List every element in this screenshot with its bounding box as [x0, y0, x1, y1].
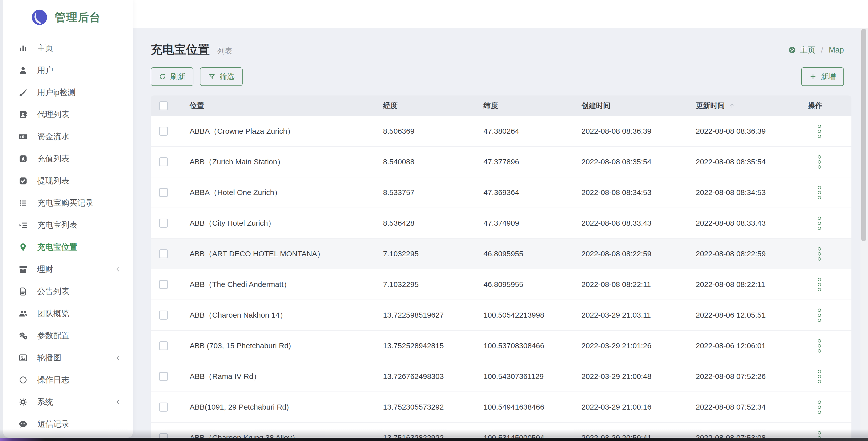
sidebar-item-fund-flow[interactable]: 资金流水: [3, 126, 133, 148]
filter-button[interactable]: 筛选: [200, 67, 243, 86]
cell-location: ABB（ART DECO HOTEL MONTANA）: [190, 249, 383, 259]
table-row: ABB（Zurich Main Station） 8.540088 47.377…: [151, 147, 851, 177]
locations-table: 位置 经度 纬度 创建时间 更新时间 操作 ABBA（Crowne Plaza …: [151, 95, 851, 441]
vertical-scrollbar-thumb[interactable]: [861, 29, 866, 241]
chart-bar-icon: [19, 44, 28, 53]
brand[interactable]: 管理后台: [3, 0, 133, 26]
check-square-icon: [19, 176, 28, 185]
row-checkbox[interactable]: [159, 311, 168, 320]
cell-updated-time: 2022-08-08 08:33:43: [696, 219, 808, 227]
cell-location: ABB（The Chedi Andermatt）: [190, 280, 383, 290]
cell-latitude: 100.54941638466: [484, 403, 582, 411]
plus-icon: [809, 73, 817, 80]
sidebar-item-powerbank-location[interactable]: 充电宝位置: [3, 236, 133, 258]
column-header-updated-label: 更新时间: [696, 101, 725, 111]
pen-icon: [19, 88, 28, 97]
sidebar-item-powerbank-purchase-records[interactable]: 充电宝购买记录: [3, 192, 133, 214]
sidebar-item-carousel[interactable]: 轮播图: [3, 347, 133, 369]
row-checkbox[interactable]: [159, 403, 168, 412]
cell-latitude: 47.377896: [484, 157, 582, 166]
sidebar-item-recharge-list[interactable]: 充值列表: [3, 148, 133, 170]
column-header-updated[interactable]: 更新时间: [696, 101, 808, 111]
row-actions-kebab-icon[interactable]: [817, 277, 822, 292]
row-actions-kebab-icon[interactable]: [817, 369, 822, 384]
sidebar-item-announcement-list[interactable]: 公告列表: [3, 281, 133, 302]
row-actions-kebab-icon[interactable]: [817, 246, 822, 262]
image-icon: [19, 353, 28, 362]
sidebar-item-user-ip-check[interactable]: 用户ip检测: [3, 81, 133, 104]
address-book-icon: [19, 110, 28, 119]
row-actions-kebab-icon[interactable]: [817, 185, 822, 200]
cell-latitude: 100.53708308466: [484, 342, 582, 350]
sidebar-item-finance[interactable]: 理财: [3, 258, 133, 281]
cell-latitude: 47.374909: [484, 219, 582, 227]
row-checkbox[interactable]: [159, 280, 168, 289]
row-actions-kebab-icon[interactable]: [817, 400, 822, 415]
map-marker-icon: [19, 243, 28, 252]
cell-location: ABB（City Hotel Zurich）: [190, 218, 383, 228]
sidebar-item-withdraw-list[interactable]: 提现列表: [3, 170, 133, 192]
dashboard-icon: [788, 46, 797, 54]
row-actions-kebab-icon[interactable]: [817, 338, 822, 354]
cell-longitude: 8.540088: [383, 157, 484, 166]
user-icon: [19, 66, 28, 75]
cell-updated-time: 2022-08-08 08:35:54: [696, 157, 808, 166]
sidebar-item-sms-records[interactable]: 短信记录: [3, 413, 133, 435]
vertical-scrollbar-track[interactable]: [861, 28, 868, 438]
row-checkbox[interactable]: [159, 188, 168, 197]
gear-icon: [19, 398, 28, 407]
table-row: ABB（ART DECO HOTEL MONTANA） 7.1032295 46…: [151, 239, 851, 269]
table-row: ABBA（Crowne Plaza Zurich） 8.506369 47.38…: [151, 116, 851, 147]
page-title: 充电宝位置: [151, 43, 210, 56]
select-all-checkbox[interactable]: [159, 101, 168, 110]
table-row: ABB（Rama IV Rd） 13.726762498303 100.5430…: [151, 361, 851, 392]
sidebar-item-home[interactable]: 主页: [3, 37, 133, 59]
sidebar-item-powerbank-list[interactable]: 充电宝列表: [3, 214, 133, 236]
cell-created-time: 2022-08-08 08:34:53: [582, 188, 696, 197]
add-button[interactable]: 新增: [801, 67, 844, 86]
cell-longitude: 13.726762498303: [383, 372, 484, 381]
row-actions-kebab-icon[interactable]: [817, 215, 822, 231]
add-button-label: 新增: [821, 71, 836, 82]
circle-icon: [19, 375, 28, 384]
main-content: 主页 / Map 充电宝位置 列表 刷新 筛选 新增 位置 经度 纬度 创建时间…: [133, 28, 861, 438]
refresh-button[interactable]: 刷新: [151, 67, 193, 86]
row-actions-kebab-icon[interactable]: [817, 307, 822, 323]
column-header-longitude: 经度: [383, 101, 484, 111]
archive-icon: [19, 265, 28, 274]
money-icon: [19, 132, 28, 141]
cell-updated-time: 2022-08-08 08:34:53: [696, 188, 808, 197]
column-header-actions: 操作: [808, 101, 851, 111]
sidebar-item-system[interactable]: 系统: [3, 391, 133, 413]
refresh-button-label: 刷新: [170, 71, 185, 82]
row-checkbox[interactable]: [159, 372, 168, 381]
cell-updated-time: 2022-08-08 08:22:59: [696, 249, 808, 258]
row-actions-kebab-icon[interactable]: [817, 124, 822, 139]
row-checkbox[interactable]: [159, 249, 168, 258]
sort-ascending-icon: [728, 102, 735, 109]
cell-longitude: 13.752305573292: [383, 403, 484, 411]
brand-name: 管理后台: [55, 10, 101, 25]
cell-longitude: 7.1032295: [383, 249, 484, 258]
row-checkbox[interactable]: [159, 341, 168, 350]
chevron-left-icon: [115, 399, 122, 406]
breadcrumb-home[interactable]: 主页: [800, 45, 815, 55]
cell-latitude: 46.8095955: [484, 249, 582, 258]
table-header-row: 位置 经度 纬度 创建时间 更新时间 操作: [151, 95, 851, 116]
sidebar-item-team-overview[interactable]: 团队概览: [3, 302, 133, 325]
row-checkbox[interactable]: [159, 157, 168, 166]
cell-updated-time: 2022-08-08 07:52:34: [696, 403, 808, 411]
breadcrumb-current[interactable]: Map: [829, 46, 844, 55]
column-header-latitude: 纬度: [484, 101, 582, 111]
sidebar-item-operation-log[interactable]: 操作日志: [3, 369, 133, 391]
cell-location: ABB（Rama IV Rd）: [190, 372, 383, 382]
cell-location: ABB (703, 15 Phetchaburi Rd): [190, 342, 383, 350]
sidebar-item-users[interactable]: 用户: [3, 59, 133, 81]
row-checkbox[interactable]: [159, 127, 168, 136]
row-checkbox[interactable]: [159, 218, 168, 228]
sidebar-item-agent-list[interactable]: 代理列表: [3, 104, 133, 126]
cell-created-time: 2022-03-29 21:00:16: [582, 403, 696, 411]
row-actions-kebab-icon[interactable]: [817, 154, 822, 170]
sidebar: 管理后台 主页 用户 用户ip检测 代理列表 资金流水 充值列表 提现列表 充电…: [3, 0, 133, 438]
sidebar-item-param-config[interactable]: 参数配置: [3, 325, 133, 347]
